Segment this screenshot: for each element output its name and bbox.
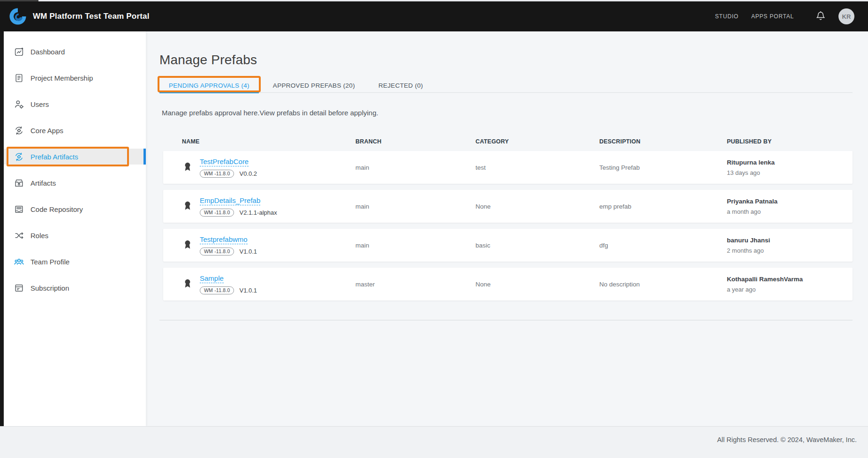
cell-category: None [476, 281, 599, 288]
tabs: PENDING APPROVALS (4) APPROVED PREFABS (… [159, 78, 853, 93]
sidebar-item-label: Roles [30, 232, 48, 240]
gear-sync-icon [14, 126, 24, 135]
cell-branch: main [355, 164, 476, 171]
sidebar-item-prefab-artifacts[interactable]: Prefab Artifacts [0, 143, 146, 170]
notifications-bell-icon[interactable] [815, 11, 826, 22]
prefabs-table: NAME BRANCH CATEGORY DESCRIPTION PUBLISH… [163, 138, 853, 300]
archive-box-icon [14, 178, 24, 188]
sidebar-item-team-profile[interactable]: Team Profile [0, 248, 146, 275]
tab-label: PENDING APPROVALS (4) [169, 82, 249, 89]
user-gear-icon [14, 99, 24, 109]
footer-copyright: All Rights Reserved. © 2024, WaveMaker, … [717, 436, 857, 443]
prefab-name-link[interactable]: EmpDetails_Prefab [200, 196, 260, 205]
prefab-name-link[interactable]: Sample [200, 274, 224, 283]
published-time: 13 days ago [727, 169, 853, 176]
header-category: CATEGORY [476, 138, 599, 145]
prefab-gear-sync-icon [14, 152, 24, 162]
sidebar-item-label: Prefab Artifacts [30, 153, 78, 161]
wm-version-badge: WM -11.8.0 [200, 170, 234, 178]
wm-version-badge: WM -11.8.0 [200, 248, 234, 255]
tab-label: REJECTED (0) [378, 82, 423, 89]
prefab-version: V1.0.1 [239, 248, 257, 255]
publisher-name: Ritupurna lenka [727, 159, 853, 166]
cell-description: emp prefab [599, 203, 727, 210]
published-time: a month ago [727, 208, 853, 215]
sidebar-item-label: Artifacts [30, 179, 56, 187]
sidebar-item-project-membership[interactable]: Project Membership [0, 65, 146, 91]
shuffle-icon [14, 231, 24, 240]
sidebar-item-dashboard[interactable]: Dashboard [0, 38, 146, 65]
main-content: Manage Prefabs PENDING APPROVALS (4) APP… [146, 31, 868, 426]
repository-icon [14, 204, 24, 214]
sidebar-item-roles[interactable]: Roles [0, 222, 146, 248]
table-row: Testprefabwmo WM -11.8.0 V1.0.1 main bas… [163, 229, 853, 262]
publisher-name: Priyanka Patnala [727, 198, 853, 205]
published-time: 2 months ago [727, 247, 853, 254]
table-header-row: NAME BRANCH CATEGORY DESCRIPTION PUBLISH… [163, 138, 853, 145]
sidebar-item-label: Dashboard [30, 48, 65, 56]
cell-description: dfg [599, 242, 727, 249]
sidebar-item-core-apps[interactable]: Core Apps [0, 117, 146, 143]
header-description: DESCRIPTION [599, 138, 727, 145]
sidebar-item-subscription[interactable]: Subscription [0, 275, 146, 301]
subscription-card-icon [14, 283, 24, 293]
publisher-name: Kothapalli RameshVarma [727, 276, 853, 283]
table-row: Sample WM -11.8.0 V1.0.1 master None No … [163, 268, 853, 300]
footer: All Rights Reserved. © 2024, WaveMaker, … [0, 426, 868, 458]
dashboard-icon [14, 47, 24, 57]
prefab-version: V1.0.1 [239, 287, 257, 294]
table-row: TestPrefabCore WM -11.8.0 V0.0.2 main te… [163, 151, 853, 184]
tab-label: APPROVED PREFABS (20) [273, 82, 355, 89]
user-avatar[interactable]: KR [838, 8, 854, 24]
sidebar-item-label: Core Apps [30, 127, 63, 135]
sidebar-item-artifacts[interactable]: Artifacts [0, 170, 146, 196]
prefab-version: V0.0.2 [239, 170, 257, 177]
team-people-icon [14, 257, 24, 267]
prefab-version: V2.1.1-alphax [239, 209, 277, 216]
award-ribbon-icon [182, 161, 193, 173]
prefab-name-link[interactable]: Testprefabwmo [200, 235, 248, 244]
header-name: NAME [182, 138, 355, 145]
document-icon [14, 73, 24, 83]
wm-version-badge: WM -11.8.0 [200, 286, 234, 294]
tab-rejected[interactable]: REJECTED (0) [369, 78, 432, 92]
sidebar-item-label: Team Profile [30, 258, 69, 266]
table-row: EmpDetails_Prefab WM -11.8.0 V2.1.1-alph… [163, 190, 853, 223]
cell-branch: main [355, 203, 476, 210]
award-ribbon-icon [182, 200, 193, 212]
sidebar-item-label: Project Membership [30, 74, 93, 82]
award-ribbon-icon [182, 278, 193, 290]
header-published-by: PUBLISHED BY [727, 138, 853, 145]
sidebar-item-label: Subscription [30, 284, 69, 292]
tab-pending-approvals[interactable]: PENDING APPROVALS (4) [159, 78, 259, 92]
studio-link[interactable]: STUDIO [715, 13, 739, 20]
wavemaker-logo-icon [9, 8, 27, 25]
wm-version-badge: WM -11.8.0 [200, 209, 234, 217]
tab-approved-prefabs[interactable]: APPROVED PREFABS (20) [264, 78, 364, 92]
content-divider [159, 320, 853, 321]
apps-portal-link[interactable]: APPS PORTAL [751, 13, 794, 20]
published-time: a year ago [727, 286, 853, 293]
topbar-right: STUDIO APPS PORTAL KR [715, 8, 854, 24]
cell-description: No description [599, 281, 727, 288]
tab-description: Manage prefabs approval here.View prefab… [162, 109, 853, 117]
sidebar-item-label: Users [30, 100, 49, 108]
app-title: WM Platform Test Team Portal [33, 12, 150, 21]
award-ribbon-icon [182, 239, 193, 251]
prefab-name-link[interactable]: TestPrefabCore [200, 158, 249, 166]
topbar: WM Platform Test Team Portal STUDIO APPS… [0, 1, 868, 31]
sidebar-item-users[interactable]: Users [0, 91, 146, 117]
cell-category: None [476, 203, 599, 210]
cell-category: basic [476, 242, 599, 249]
page-title: Manage Prefabs [159, 53, 853, 68]
header-branch: BRANCH [355, 138, 476, 145]
cell-category: test [476, 164, 599, 171]
cell-branch: main [355, 242, 476, 249]
sidebar-item-code-repository[interactable]: Code Repository [0, 196, 146, 222]
cell-description: Testing Prefab [599, 164, 727, 171]
sidebar-item-label: Code Repository [30, 205, 83, 213]
cell-branch: master [355, 281, 476, 288]
publisher-name: banuru Jhansi [727, 237, 853, 244]
sidebar: Dashboard Project Membership Users Core [0, 31, 146, 426]
